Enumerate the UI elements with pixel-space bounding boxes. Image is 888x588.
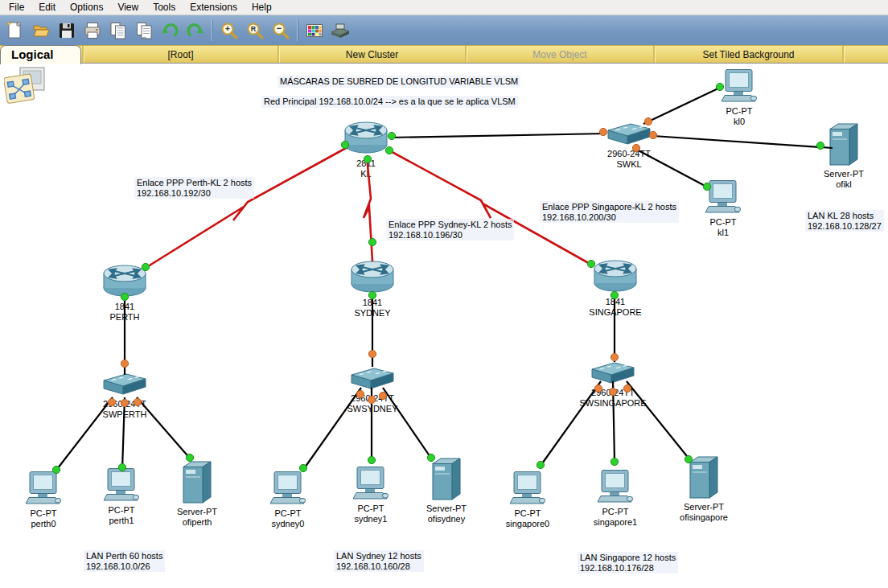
device-name-label: SWPERTH	[103, 409, 147, 420]
canvas-note[interactable]: LAN KL 28 hosts192.168.10.128/27	[805, 210, 884, 232]
menu-item-file[interactable]: File	[2, 1, 31, 14]
device-name-label: sydney0	[272, 519, 305, 529]
switch-icon	[350, 366, 395, 393]
canvas-note[interactable]: Enlace PPP Sydney-KL 2 hosts192.168.10.1…	[386, 219, 514, 241]
device-swsingapore[interactable]: 2960-24TTSWSINGAPORE	[569, 360, 657, 409]
svg-text:+: +	[225, 24, 230, 33]
device-singapore0[interactable]: PC-PTsingapore0	[483, 471, 572, 529]
device-perth0[interactable]: PC-PTperth0	[0, 471, 88, 529]
router-icon	[350, 260, 395, 298]
canvas-note[interactable]: Enlace PPP Perth-KL 2 hosts192.168.10.19…	[134, 177, 254, 199]
zoom-reset-icon[interactable]: R	[244, 19, 266, 42]
menu-item-tools[interactable]: Tools	[146, 1, 183, 14]
open-folder-icon[interactable]	[30, 19, 52, 42]
device-ofisingapore[interactable]: Server-PTofisingapore	[660, 455, 748, 523]
port-status-up-dot	[368, 238, 376, 245]
menu-item-help[interactable]: Help	[245, 1, 279, 14]
port-status-up-dot	[368, 456, 375, 463]
pc-icon	[722, 69, 757, 106]
zoom-in-icon[interactable]: +	[218, 19, 240, 42]
pc-icon	[270, 471, 306, 508]
device-ofiperth[interactable]: Server-PTofiperth	[153, 460, 241, 528]
device-name-label: SWSYDNEY	[347, 404, 398, 414]
paste-icon[interactable]	[133, 19, 155, 42]
copy-icon[interactable]	[107, 19, 130, 42]
pc-icon	[598, 470, 633, 507]
custom-device-dialog-icon[interactable]	[329, 19, 352, 42]
device-name-label: perth1	[109, 516, 134, 526]
color-palette-icon[interactable]	[303, 19, 326, 42]
device-model-label: 1841	[606, 297, 625, 307]
device-ofisydney[interactable]: Server-PTofisydney	[402, 457, 491, 524]
workspace-canvas[interactable]: 2811KL2960-24TTSWKLPC-PTkl0PC-PTkl1Serve…	[0, 64, 888, 588]
canvas-note[interactable]: LAN Perth 60 hosts192.168.10.0/26	[84, 550, 165, 572]
note-line: 192.168.10.200/30	[542, 212, 676, 223]
device-model-label: 2960-24TT	[591, 388, 635, 398]
canvas-note[interactable]: Red Principal 192.168.10.0/24 --> es a l…	[261, 96, 518, 108]
toolbar-separator	[212, 20, 213, 41]
note-line: 192.168.10.128/27	[808, 221, 882, 232]
device-singapore1[interactable]: PC-PTsingapore1	[571, 470, 660, 528]
device-model-label: 2960-24TT	[351, 393, 394, 404]
canvas-note[interactable]: LAN Singapore 12 hosts192.168.10.176/28	[578, 552, 678, 574]
pc-icon	[26, 471, 61, 508]
note-line: 192.168.10.192/30	[137, 188, 252, 199]
device-kl0[interactable]: PC-PTkl0	[695, 69, 783, 127]
move-object-button: Move Object	[465, 46, 653, 63]
device-swperth[interactable]: 2960-24TTSWPERTH	[80, 372, 169, 420]
new-file-icon[interactable]	[4, 19, 27, 42]
device-model-label: PC-PT	[710, 217, 737, 228]
zoom-out-icon[interactable]: −	[269, 19, 292, 42]
device-model-label: PC-PT	[275, 508, 302, 519]
device-perth[interactable]: 1841PERTH	[80, 264, 169, 323]
port-status-up-dot	[610, 458, 618, 465]
router-icon	[102, 264, 147, 302]
set-tiled-background-button[interactable]: Set Tiled Background	[653, 46, 842, 63]
canvas-note[interactable]: MÁSCARAS DE SUBRED DE LONGITUD VARIABLE …	[278, 76, 520, 88]
menu-item-options[interactable]: Options	[63, 1, 110, 14]
router-icon	[343, 121, 388, 158]
main-toolbar: + R −	[0, 15, 888, 45]
device-model-label: Server-PT	[824, 169, 864, 179]
device-name-label: SWSINGAPORE	[579, 398, 646, 409]
tab-logical[interactable]: Logical	[0, 45, 81, 64]
device-singapore[interactable]: 1841SINGAPORE	[571, 259, 660, 318]
device-sydney0[interactable]: PC-PTsydney0	[244, 471, 332, 529]
note-line: LAN Perth 60 hosts	[86, 551, 162, 561]
device-name-label: perth0	[31, 519, 56, 529]
serial-link[interactable]	[146, 147, 347, 268]
menu-item-extensions[interactable]: Extensions	[183, 1, 245, 14]
ethernet-link[interactable]	[389, 134, 606, 138]
device-kl[interactable]: 2811KL	[322, 121, 410, 179]
note-line: Enlace PPP Singapore-KL 2 hosts	[542, 202, 676, 212]
note-line: MÁSCARAS DE SUBRED DE LONGITUD VARIABLE …	[280, 76, 518, 87]
canvas-note[interactable]: Enlace PPP Singapore-KL 2 hosts192.168.1…	[540, 201, 679, 223]
device-name-label: SWKL	[616, 159, 641, 170]
pc-icon	[510, 471, 545, 508]
server-icon	[182, 460, 212, 507]
undo-icon[interactable]	[158, 19, 181, 42]
new-cluster-button[interactable]: New Cluster	[278, 46, 465, 63]
menu-bar: FileEditOptionsViewToolsExtensionsHelp	[0, 0, 888, 15]
redo-icon[interactable]	[184, 19, 207, 42]
cluster-navigation-icon[interactable]	[4, 66, 51, 108]
device-swkl[interactable]: 2960-24TTSWKL	[585, 121, 673, 170]
svg-text:−: −	[277, 23, 282, 33]
device-name-label: SINGAPORE	[589, 307, 641, 318]
menu-item-edit[interactable]: Edit	[31, 1, 63, 14]
device-swsydney[interactable]: 2960-24TTSWSYDNEY	[328, 366, 417, 414]
save-icon[interactable]	[56, 19, 78, 42]
device-model-label: 2960-24TT	[103, 399, 146, 409]
device-sydney[interactable]: 1841SYDNEY	[328, 260, 417, 319]
server-icon	[689, 455, 719, 502]
device-name-label: kl0	[734, 117, 745, 127]
canvas-note[interactable]: LAN Sydney 12 hosts192.168.10.160/28	[334, 550, 424, 572]
device-kl1[interactable]: PC-PTkl1	[679, 180, 767, 238]
menu-item-view[interactable]: View	[110, 1, 146, 14]
device-model-label: Server-PT	[177, 507, 217, 517]
device-name-label: singapore0	[506, 519, 549, 529]
print-icon[interactable]	[81, 19, 104, 42]
server-icon	[431, 457, 462, 504]
root-button[interactable]: [Root]	[82, 46, 278, 63]
device-ofikl[interactable]: Server-PTofikl	[800, 122, 888, 190]
